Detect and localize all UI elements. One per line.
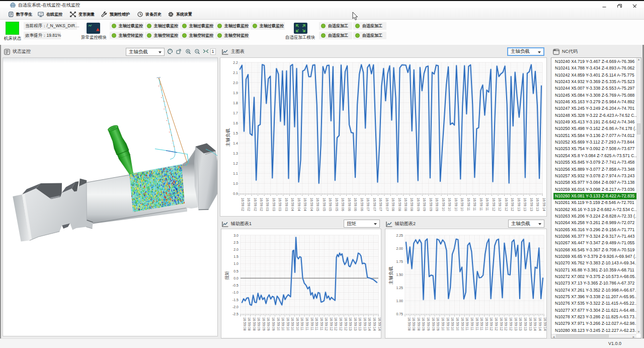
svg-text:16:59:05: 16:59:05 (316, 198, 319, 212)
svg-text:16:59:11: 16:59:11 (475, 317, 479, 330)
svg-text:16:59:04: 16:59:04 (291, 198, 294, 212)
svg-text:1.6: 1.6 (233, 121, 238, 125)
svg-text:0.5: 0.5 (233, 269, 238, 273)
svg-text:16:59:03: 16:59:03 (272, 198, 276, 212)
svg-text:16:59:09: 16:59:09 (267, 317, 270, 331)
svg-text:16:59:09: 16:59:09 (435, 198, 439, 212)
svg-text:16:59:02: 16:59:02 (254, 198, 257, 212)
svg-text:16:59:12: 16:59:12 (511, 198, 514, 212)
svg-text:16:59:04: 16:59:04 (303, 198, 307, 212)
svg-text:16:59:13: 16:59:13 (354, 317, 357, 331)
svg-text:16:59:12: 16:59:12 (495, 317, 498, 331)
svg-text:16:59:06: 16:59:06 (354, 198, 357, 212)
svg-text:16:59:13: 16:59:13 (524, 317, 527, 331)
svg-text:2.5: 2.5 (233, 241, 238, 244)
svg-text:16:59:05: 16:59:05 (323, 198, 326, 212)
svg-text:16:59:05: 16:59:05 (335, 198, 339, 212)
svg-text:16:59:09: 16:59:09 (422, 317, 425, 331)
svg-text:16:59:12: 16:59:12 (339, 317, 343, 331)
svg-text:16:59:14: 16:59:14 (538, 317, 542, 331)
svg-text:16:59:12: 16:59:12 (334, 317, 338, 331)
svg-text:16:59:10: 16:59:10 (460, 198, 464, 212)
svg-text:-0.5: -0.5 (232, 284, 238, 287)
svg-text:16:59:02: 16:59:02 (241, 198, 245, 212)
svg-text:16:59:12: 16:59:12 (325, 317, 328, 331)
svg-text:16:59:05: 16:59:05 (329, 198, 332, 212)
svg-text:-2.5: -2.5 (232, 312, 238, 316)
svg-text:0.75: 0.75 (396, 312, 403, 316)
svg-text:16:59:14: 16:59:14 (378, 317, 381, 331)
svg-text:1.0: 1.0 (233, 262, 238, 265)
svg-text:16:59:08: 16:59:08 (243, 317, 247, 331)
svg-text:1.75: 1.75 (396, 260, 403, 263)
svg-text:16:59:14: 16:59:14 (368, 317, 371, 331)
svg-text:16:59:14: 16:59:14 (542, 198, 546, 212)
svg-text:16:59:09: 16:59:09 (427, 317, 430, 331)
svg-text:16:59:10: 16:59:10 (456, 317, 459, 331)
svg-text:16:59:11: 16:59:11 (480, 317, 484, 330)
svg-text:16:59:12: 16:59:12 (505, 198, 508, 212)
svg-text:16:59:12: 16:59:12 (509, 317, 513, 331)
svg-text:16:59:13: 16:59:13 (523, 198, 527, 212)
svg-text:1.9: 1.9 (233, 91, 238, 95)
svg-text:16:59:10: 16:59:10 (446, 317, 450, 331)
svg-text:16:59:11: 16:59:11 (467, 198, 470, 211)
svg-text:16:59:09: 16:59:09 (436, 317, 440, 331)
svg-text:1.4: 1.4 (233, 142, 238, 145)
svg-text:16:59:09: 16:59:09 (429, 198, 433, 212)
svg-text:16:59:14: 16:59:14 (543, 317, 547, 331)
svg-text:1.1: 1.1 (233, 172, 238, 175)
svg-text:16:59:11: 16:59:11 (479, 198, 483, 211)
svg-text:16:59:08: 16:59:08 (408, 317, 411, 331)
svg-text:16:59:07: 16:59:07 (373, 198, 376, 212)
svg-text:16:59:08: 16:59:08 (398, 198, 401, 212)
svg-text:16:59:11: 16:59:11 (315, 317, 318, 330)
svg-text:16:59:09: 16:59:09 (272, 317, 275, 331)
svg-text:16:59:02: 16:59:02 (260, 198, 263, 212)
svg-text:16:59:08: 16:59:08 (391, 198, 395, 212)
svg-text:16:59:11: 16:59:11 (485, 317, 489, 330)
svg-text:16:59:11: 16:59:11 (300, 317, 304, 330)
svg-text:主轴负载: 主轴负载 (388, 266, 393, 285)
svg-text:16:59:08: 16:59:08 (404, 198, 408, 212)
svg-text:16:59:12: 16:59:12 (500, 317, 503, 331)
svg-text:16:59:08: 16:59:08 (412, 317, 416, 331)
svg-text:16:59:10: 16:59:10 (281, 317, 285, 331)
svg-text:-1.5: -1.5 (232, 298, 238, 302)
svg-text:16:59:03: 16:59:03 (278, 198, 282, 212)
svg-text:16:59:12: 16:59:12 (492, 198, 496, 212)
svg-text:1.00: 1.00 (396, 299, 403, 303)
svg-text:16:59:10: 16:59:10 (296, 317, 299, 331)
svg-text:16:59:10: 16:59:10 (277, 317, 280, 331)
svg-text:16:59:14: 16:59:14 (533, 317, 537, 331)
svg-text:16:59:13: 16:59:13 (536, 198, 539, 212)
svg-text:16:59:09: 16:59:09 (417, 198, 420, 212)
svg-text:16:59:06: 16:59:06 (341, 198, 345, 212)
svg-text:16:59:03: 16:59:03 (285, 198, 288, 212)
svg-text:16:59:10: 16:59:10 (448, 198, 451, 212)
svg-text:16:59:10: 16:59:10 (461, 317, 464, 331)
svg-text:16:59:12: 16:59:12 (504, 317, 508, 331)
svg-text:2.0: 2.0 (233, 248, 238, 251)
svg-text:16:59:07: 16:59:07 (366, 198, 370, 212)
svg-text:2.1: 2.1 (233, 71, 238, 75)
svg-text:16:59:11: 16:59:11 (310, 317, 314, 330)
svg-text:16:59:08: 16:59:08 (410, 198, 414, 212)
svg-text:0.9: 0.9 (233, 192, 238, 195)
svg-text:16:59:08: 16:59:08 (253, 317, 256, 331)
svg-text:16:59:11: 16:59:11 (305, 317, 309, 330)
svg-text:16:59:08: 16:59:08 (248, 317, 251, 331)
svg-text:16:59:04: 16:59:04 (310, 198, 313, 212)
svg-text:16:59:10: 16:59:10 (286, 317, 290, 331)
svg-text:16:59:10: 16:59:10 (454, 198, 458, 212)
svg-text:16:59:10: 16:59:10 (441, 317, 445, 331)
svg-text:16:59:13: 16:59:13 (358, 317, 362, 331)
svg-text:主轴负载: 主轴负载 (225, 128, 230, 147)
svg-text:1.25: 1.25 (396, 286, 403, 290)
svg-text:1.2: 1.2 (233, 162, 238, 165)
svg-text:16:59:12: 16:59:12 (344, 317, 348, 331)
svg-text:16:59:10: 16:59:10 (451, 317, 454, 331)
svg-text:16:59:11: 16:59:11 (486, 198, 489, 211)
svg-text:16:59:03: 16:59:03 (266, 198, 269, 212)
svg-text:16:59:08: 16:59:08 (417, 317, 421, 331)
